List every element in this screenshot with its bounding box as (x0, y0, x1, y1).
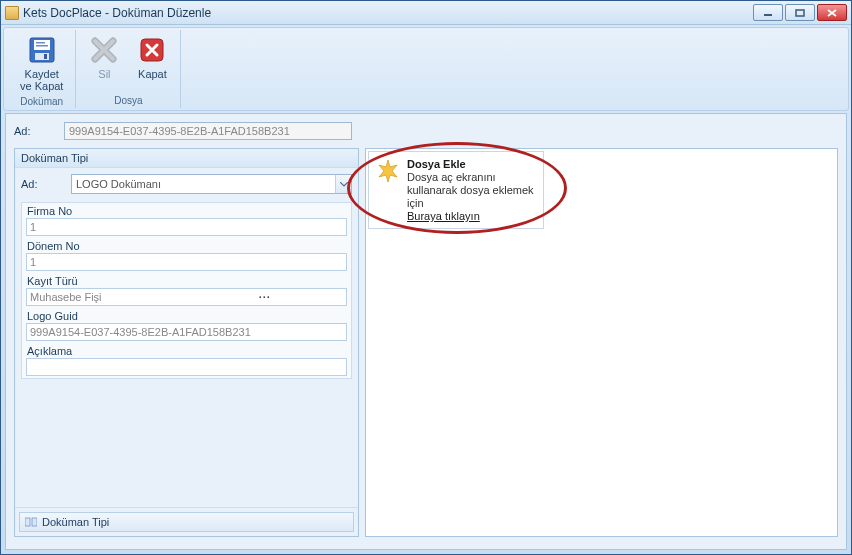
save-close-button[interactable]: Kaydetve Kapat (14, 32, 69, 94)
save-icon (27, 35, 57, 65)
top-ad-row: Ad: (14, 122, 838, 140)
doctype-header: Doküman Tipi (15, 149, 358, 168)
ellipsis-button[interactable]: ··· (187, 291, 344, 303)
book-icon (25, 517, 37, 527)
ribbon-group-dokuman: Kaydetve Kapat Doküman (8, 30, 76, 108)
maximize-icon (795, 9, 805, 17)
ribbon-group-title-dosya: Dosya (114, 93, 142, 106)
kayit-turu-label: Kayıt Türü (26, 275, 347, 287)
delete-label: Sil (98, 68, 110, 80)
file-add-desc: Dosya aç ekranını kullanarak dosya eklem… (407, 171, 537, 210)
ribbon-group-dosya: Sil Kapat Dosya (76, 30, 181, 108)
top-ad-label: Ad: (14, 125, 64, 137)
close-red-icon (138, 36, 166, 64)
file-add-link[interactable]: Buraya tıklayın (407, 210, 537, 222)
kayit-turu-input[interactable]: Muhasebe Fişi ··· (26, 288, 347, 306)
firma-no-label: Firma No (26, 205, 347, 217)
file-add-box[interactable]: Dosya Ekle Dosya aç ekranını kullanarak … (368, 151, 544, 229)
close-icon (827, 9, 837, 17)
svg-rect-10 (32, 518, 37, 526)
maximize-button[interactable] (785, 4, 815, 21)
kayit-turu-value: Muhasebe Fişi (30, 291, 187, 303)
logo-guid-label: Logo Guid (26, 310, 347, 322)
svg-rect-7 (44, 54, 47, 59)
star-icon (375, 158, 401, 184)
titlebar: Kets DocPlace - Doküman Düzenle (1, 1, 851, 25)
svg-rect-4 (36, 42, 45, 44)
doctype-panel: Doküman Tipi Ad: LOGO Dokümanı (14, 148, 359, 537)
file-add-title: Dosya Ekle (407, 158, 537, 170)
ribbon-group-title-dokuman: Doküman (20, 94, 63, 107)
donem-no-input[interactable] (26, 253, 347, 271)
doctype-combo-text: LOGO Dokümanı (72, 178, 335, 190)
aciklama-input[interactable] (26, 358, 347, 376)
close-doc-label: Kapat (138, 68, 167, 80)
close-doc-button[interactable]: Kapat (130, 32, 174, 82)
file-area: Dosya Ekle Dosya aç ekranını kullanarak … (365, 148, 838, 537)
chevron-down-icon (335, 175, 351, 193)
property-grid: Firma No Dönem No Kayıt Türü Muhasebe Fi… (21, 202, 352, 379)
firma-no-input[interactable] (26, 218, 347, 236)
delete-button: Sil (82, 32, 126, 82)
svg-rect-0 (764, 14, 772, 16)
doctype-combo[interactable]: LOGO Dokümanı (71, 174, 352, 194)
content-area: Ad: Doküman Tipi Ad: LOGO Dokümanı (5, 113, 847, 550)
delete-icon (90, 36, 118, 64)
ribbon: Kaydetve Kapat Doküman Sil (3, 27, 849, 111)
aciklama-label: Açıklama (26, 345, 347, 357)
doctype-footer-button[interactable]: Doküman Tipi (19, 512, 354, 532)
app-window: Kets DocPlace - Doküman Düzenle (0, 0, 852, 555)
svg-rect-5 (36, 45, 48, 47)
minimize-button[interactable] (753, 4, 783, 21)
svg-rect-9 (25, 518, 30, 526)
minimize-icon (763, 9, 773, 17)
top-ad-input[interactable] (64, 122, 352, 140)
window-title: Kets DocPlace - Doküman Düzenle (23, 6, 753, 20)
save-close-label: Kaydetve Kapat (20, 68, 63, 92)
doctype-footer-label: Doküman Tipi (42, 516, 109, 528)
svg-rect-1 (796, 10, 804, 16)
doctype-ad-label: Ad: (21, 178, 71, 190)
close-button[interactable] (817, 4, 847, 21)
app-icon (5, 6, 19, 20)
logo-guid-input[interactable] (26, 323, 347, 341)
donem-no-label: Dönem No (26, 240, 347, 252)
